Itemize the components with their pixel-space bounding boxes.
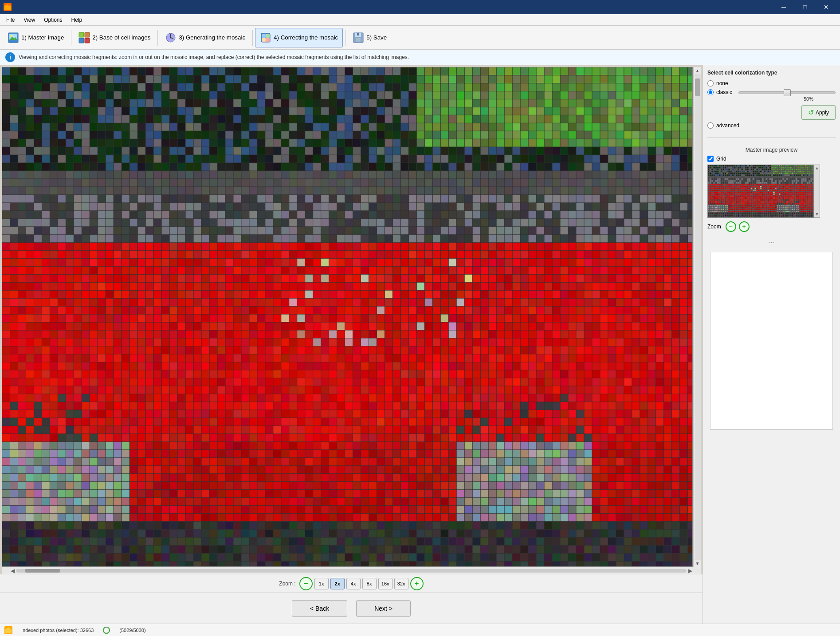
main-content: ▲ ▼ ◀ ▶ Zoom : − 1x 2x 4x 8x 16x 32x bbox=[0, 65, 840, 624]
info-icon: i bbox=[5, 52, 15, 62]
zoom-2x-button[interactable]: 2x bbox=[330, 578, 345, 589]
maximize-button[interactable]: □ bbox=[795, 0, 815, 14]
slider-track[interactable] bbox=[738, 91, 836, 94]
menu-bar: File View Options Help bbox=[0, 14, 840, 26]
generating-icon bbox=[165, 32, 177, 43]
status-progress: (5029/5030) bbox=[119, 628, 145, 633]
svg-rect-18 bbox=[262, 38, 266, 42]
preview-image-box[interactable] bbox=[707, 165, 814, 218]
menu-view[interactable]: View bbox=[19, 16, 39, 24]
svg-rect-17 bbox=[266, 34, 270, 38]
scroll-track bbox=[695, 74, 701, 560]
svg-rect-23 bbox=[357, 33, 359, 35]
nav-bar: < Back Next > bbox=[0, 593, 703, 624]
svg-point-5 bbox=[11, 35, 13, 37]
h-scroll-track bbox=[16, 569, 687, 573]
status-bar: Indexed photos (selected): 32663 (5029/5… bbox=[0, 624, 840, 636]
vertical-scrollbar[interactable]: ▲ ▼ bbox=[694, 67, 701, 567]
scroll-thumb[interactable] bbox=[695, 79, 700, 96]
preview-zoom-out[interactable]: − bbox=[726, 221, 736, 232]
svg-rect-9 bbox=[79, 38, 84, 43]
radio-group: none classic 50% bbox=[707, 78, 836, 131]
scroll-left-arrow[interactable]: ◀ bbox=[9, 567, 16, 574]
zoom-out-button[interactable]: − bbox=[299, 577, 313, 590]
zoom-8x-button[interactable]: 8x bbox=[362, 578, 377, 589]
svg-rect-19 bbox=[266, 38, 270, 42]
svg-rect-16 bbox=[262, 34, 266, 38]
svg-rect-22 bbox=[356, 38, 361, 42]
preview-image-wrapper: ▲ ▼ bbox=[707, 165, 836, 218]
right-panel-inner: Select cell colorization type none class… bbox=[703, 65, 840, 437]
cell-images-icon bbox=[79, 32, 90, 43]
zoom-label: Zoom : bbox=[279, 581, 295, 587]
correcting-icon bbox=[260, 32, 271, 43]
slider-thumb[interactable] bbox=[784, 89, 791, 96]
step3-button[interactable]: 3) Generating the mosaic bbox=[160, 28, 250, 47]
radio-row-advanced: advanced bbox=[707, 122, 836, 129]
scroll-down-arrow[interactable]: ▼ bbox=[694, 560, 701, 567]
h-scroll-thumb[interactable] bbox=[25, 569, 60, 573]
status-progress-icon bbox=[102, 626, 110, 634]
step3-label: 3) Generating the mosaic bbox=[179, 34, 245, 41]
step5-button[interactable]: 5) Save bbox=[348, 28, 392, 47]
preview-canvas bbox=[708, 165, 813, 217]
preview-vscroll[interactable]: ▲ ▼ bbox=[814, 165, 820, 218]
svg-rect-7 bbox=[79, 32, 84, 37]
info-bar: i Viewing and correcting mosaic fragment… bbox=[0, 50, 840, 65]
radio-none[interactable] bbox=[707, 80, 714, 86]
zoom-in-button[interactable]: + bbox=[410, 577, 424, 590]
preview-scroll-down[interactable]: ▼ bbox=[815, 211, 819, 217]
grid-label: Grid bbox=[716, 156, 726, 162]
slider-value: 50% bbox=[804, 96, 813, 102]
grid-row: Grid bbox=[707, 156, 836, 162]
radio-classic[interactable] bbox=[707, 89, 714, 95]
close-button[interactable]: ✕ bbox=[816, 0, 836, 14]
mosaic-image-container[interactable] bbox=[2, 67, 693, 567]
scroll-right-arrow[interactable]: ▶ bbox=[687, 567, 694, 574]
right-panel: Select cell colorization type none class… bbox=[703, 65, 840, 624]
left-panel: ▲ ▼ ◀ ▶ Zoom : − 1x 2x 4x 8x 16x 32x bbox=[0, 65, 703, 624]
dots-label: ... bbox=[707, 237, 836, 244]
separator-1 bbox=[71, 30, 71, 46]
radio-advanced[interactable] bbox=[707, 122, 714, 129]
apply-label: Apply bbox=[816, 110, 829, 116]
apply-button[interactable]: ↺ Apply bbox=[801, 105, 836, 120]
grid-checkbox[interactable] bbox=[707, 156, 714, 162]
master-image-icon bbox=[8, 32, 19, 43]
colorize-title: Select cell colorization type bbox=[707, 70, 836, 76]
radio-classic-label: classic bbox=[716, 89, 732, 95]
step2-button[interactable]: 2) Base of cell images bbox=[74, 28, 155, 47]
zoom-4x-button[interactable]: 4x bbox=[346, 578, 361, 589]
right-lower-panel bbox=[710, 252, 833, 430]
mosaic-canvas bbox=[2, 67, 692, 566]
menu-options[interactable]: Options bbox=[39, 16, 67, 24]
back-button[interactable]: < Back bbox=[292, 600, 347, 617]
zoom-16x-button[interactable]: 16x bbox=[378, 578, 393, 589]
preview-zoom-section: Zoom − + bbox=[707, 221, 836, 232]
zoom-1x-button[interactable]: 1x bbox=[314, 578, 329, 589]
apply-icon: ↺ bbox=[808, 108, 814, 117]
svg-point-14 bbox=[170, 37, 172, 38]
step1-label: 1) Master image bbox=[21, 34, 64, 41]
scroll-up-arrow[interactable]: ▲ bbox=[694, 67, 701, 74]
radio-none-label: none bbox=[716, 80, 728, 86]
step1-button[interactable]: 1) Master image bbox=[3, 28, 69, 47]
separator-2 bbox=[157, 30, 158, 46]
radio-row-none: none bbox=[707, 80, 836, 86]
minimize-button[interactable]: ─ bbox=[773, 0, 794, 14]
horizontal-scrollbar[interactable]: ◀ ▶ bbox=[2, 567, 701, 574]
status-photos: Indexed photos (selected): 32663 bbox=[21, 628, 94, 633]
toolbar: 1) Master image 2) Base of cell images 3… bbox=[0, 26, 840, 50]
preview-scroll-up[interactable]: ▲ bbox=[815, 165, 819, 171]
step4-button[interactable]: 4) Correcting the mosaic bbox=[255, 28, 343, 47]
title-bar: ─ □ ✕ bbox=[0, 0, 840, 14]
preview-zoom-in[interactable]: + bbox=[739, 221, 750, 232]
next-button[interactable]: Next > bbox=[356, 600, 411, 617]
slider-row bbox=[738, 91, 836, 94]
app-icon bbox=[4, 3, 12, 11]
zoom-32x-button[interactable]: 32x bbox=[394, 578, 408, 589]
save-icon bbox=[353, 32, 364, 43]
menu-help[interactable]: Help bbox=[67, 16, 87, 24]
menu-file[interactable]: File bbox=[2, 16, 19, 24]
title-bar-left bbox=[4, 3, 12, 11]
